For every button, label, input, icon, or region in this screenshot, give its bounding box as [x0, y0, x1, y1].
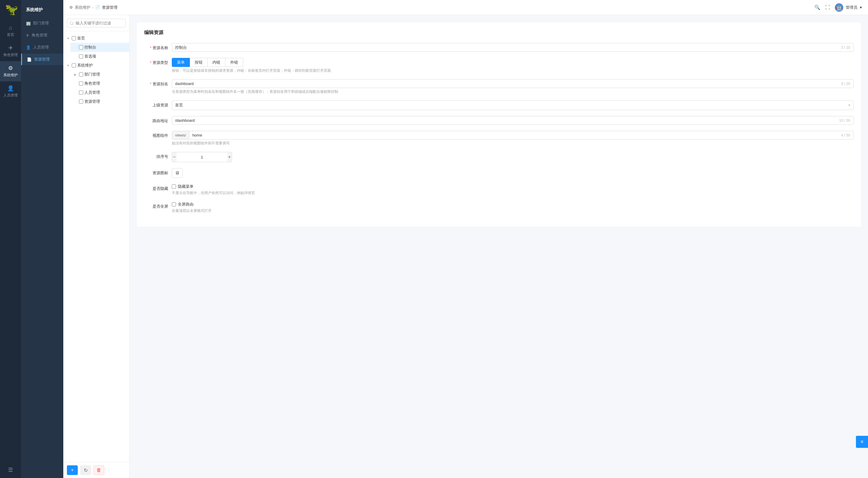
tree-children-home: 控制台 首选项	[63, 43, 129, 61]
system-icon: ⚙	[8, 65, 13, 71]
expand-icon-dept	[73, 72, 78, 77]
avatar: 🤖	[835, 3, 843, 12]
views-prefix: views/	[172, 131, 189, 139]
expand-icon-home	[66, 36, 70, 41]
expand-icon-system	[66, 63, 70, 68]
content-area: 编辑资源 * 资源名称 3 / 20	[130, 15, 868, 478]
tree-node-row-home[interactable]: 首页	[63, 34, 129, 43]
view-control: views/ 4 / 50 如没有对应的视图组件则不需要填写	[172, 131, 854, 146]
checkbox-dept[interactable]	[79, 72, 83, 76]
sidebar-item-role[interactable]: ✈ 角色管理	[0, 41, 21, 61]
tree-label-preference: 首选项	[84, 54, 127, 59]
sort-plus-button[interactable]: +	[227, 152, 232, 162]
sidebar-item-usermgmt[interactable]: 👤 人员管理	[21, 41, 63, 53]
type-btn-menu[interactable]: 菜单	[172, 58, 190, 67]
resource-name-label: * 资源名称	[144, 43, 168, 51]
breadcrumb-settings-icon: ⚙	[69, 5, 73, 10]
fullscreen-icon[interactable]: ⛶	[825, 5, 830, 10]
select-arrow-icon: ▾	[848, 103, 850, 107]
usermgmt-icon: 👤	[26, 45, 31, 50]
menu-icon[interactable]: ☰	[8, 467, 13, 473]
resource-label: 资源管理	[34, 57, 50, 62]
checkbox-preference[interactable]	[79, 54, 83, 59]
sidebar-item-system[interactable]: ⚙ 系统维护	[0, 61, 21, 82]
resource-alias-control: 9 / 20 当资源类型为菜单时别名应和视图组件名一致（页面缓存）；资源别名用于…	[172, 79, 854, 94]
form-row-icon: 资源图标 🖥	[144, 168, 854, 178]
required-star3: *	[150, 82, 153, 86]
parent-resource-select[interactable]: 首页 ▾	[172, 100, 854, 110]
sidebar-item-dept[interactable]: 🏢 部门管理	[21, 18, 63, 29]
sort-minus-button[interactable]: −	[172, 152, 177, 162]
views-input[interactable]	[189, 131, 838, 139]
resource-alias-hint: 当资源类型为菜单时别名应和视图组件名一致（页面缓存）；资源别名用于和前端或后端配…	[172, 89, 854, 94]
checkbox-home[interactable]	[72, 36, 76, 40]
fullscreen-checkbox[interactable]	[172, 202, 176, 206]
search-icon[interactable]: 🔍	[814, 4, 820, 10]
fullscreen-checkbox-row: 全屏路由	[172, 202, 854, 207]
checkbox-resourcemgmt[interactable]	[79, 99, 83, 104]
icon-picker-button[interactable]: 🖥	[172, 168, 183, 178]
resource-type-control: 菜单 按钮 内链 外链 按钮：可以是按钮或非按钮的请求资源；内链：在标签页内打开…	[172, 58, 854, 73]
parent-resource-control: 首页 ▾	[172, 100, 854, 110]
content-row: 首页 控制台 首选项	[63, 15, 868, 478]
edit-panel: 编辑资源 * 资源名称 3 / 20	[137, 22, 861, 227]
search-input[interactable]	[67, 19, 126, 27]
checkbox-dashboard[interactable]	[79, 45, 83, 50]
fullscreen-hint: 在最顶层以全屏模式打开	[172, 208, 854, 213]
fullscreen-control: 全屏路由 在最顶层以全屏模式打开	[172, 202, 854, 213]
top-bar: ⚙ 系统维护 › 📄 资源管理 🔍 ⛶ 🤖 管理员 ▾	[63, 0, 868, 15]
sort-input[interactable]	[177, 152, 227, 162]
sidebar-item-resource[interactable]: 📄 资源管理	[21, 54, 63, 65]
hide-checkbox[interactable]	[172, 185, 176, 189]
type-btn-button[interactable]: 按钮	[190, 58, 208, 67]
resource-alias-input[interactable]	[175, 82, 841, 86]
type-btn-external[interactable]: 外链	[225, 58, 243, 67]
breadcrumb-sep: ›	[92, 5, 93, 10]
sidebar-item-home[interactable]: ⌂ 首页	[0, 21, 21, 41]
tree-sidebar: 首页 控制台 首选项	[63, 15, 130, 478]
required-star2: *	[150, 60, 153, 65]
sidebar-footer: + ↻ 🗑	[63, 462, 129, 478]
route-input[interactable]	[175, 118, 839, 123]
sort-stepper: − +	[172, 152, 232, 162]
tree-node-row-dept[interactable]: 部门管理	[70, 70, 129, 79]
breadcrumb: ⚙ 系统维护 › 📄 资源管理	[69, 5, 118, 10]
sidebar-item-label: 人员管理	[3, 93, 18, 98]
resource-type-hint: 按钮：可以是按钮或非按钮的请求资源；内链：在标签页内打开页面；外链：跳转到新页面…	[172, 68, 854, 73]
checkbox-system[interactable]	[72, 63, 76, 67]
tree-label-dashboard: 控制台	[84, 44, 127, 50]
tree-area: 首页 控制台 首选项	[63, 31, 129, 462]
view-input-wrapper: views/ 4 / 50	[172, 131, 854, 139]
tree-node-system: 系统维护 部门管理 角色管理	[63, 61, 129, 106]
tree-node-row-role[interactable]: 角色管理	[70, 79, 129, 88]
user-info[interactable]: 🤖 管理员 ▾	[835, 3, 862, 12]
hide-checkbox-label: 隐藏菜单	[178, 184, 193, 189]
tree-node-row-resourcemgmt[interactable]: 资源管理	[70, 97, 129, 106]
type-btn-internal[interactable]: 内链	[208, 58, 225, 67]
breadcrumb-current: 资源管理	[102, 5, 118, 10]
route-count: 10 / 50	[839, 119, 850, 123]
delete-button[interactable]: 🗑	[93, 465, 104, 475]
tree-node-row-usermgmt[interactable]: 人员管理	[70, 88, 129, 97]
checkbox-role[interactable]	[79, 82, 83, 86]
form-row-fullscreen: 是否全屏 全屏路由 在最顶层以全屏模式打开	[144, 202, 854, 213]
sidebar-search-area	[63, 15, 129, 31]
breadcrumb-resource-icon: 📄	[95, 5, 100, 10]
add-button[interactable]: +	[67, 465, 78, 475]
tree-node-row-system[interactable]: 系统维护	[63, 61, 129, 70]
refresh-button[interactable]: ↻	[80, 465, 91, 475]
dept-label: 部门管理	[33, 21, 49, 26]
resource-name-input[interactable]	[175, 45, 841, 50]
tree-node-row-dashboard[interactable]: 控制台	[70, 43, 129, 52]
sidebar-item-role[interactable]: ✈ 角色管理	[21, 30, 63, 41]
tree-label-usermgmt: 人员管理	[84, 90, 127, 95]
resource-icon: 📄	[27, 57, 32, 62]
sidebar-item-label: 系统维护	[3, 73, 18, 78]
panel-title: 编辑资源	[144, 30, 854, 36]
sidebar-item-user[interactable]: 👤 人员管理	[0, 82, 21, 102]
selected-icon: 🖥	[175, 170, 180, 176]
floating-action-button[interactable]: ≡	[856, 436, 868, 448]
tree-label-resourcemgmt: 资源管理	[84, 99, 127, 104]
checkbox-usermgmt[interactable]	[79, 90, 83, 95]
tree-node-row-preference[interactable]: 首选项	[70, 52, 129, 61]
